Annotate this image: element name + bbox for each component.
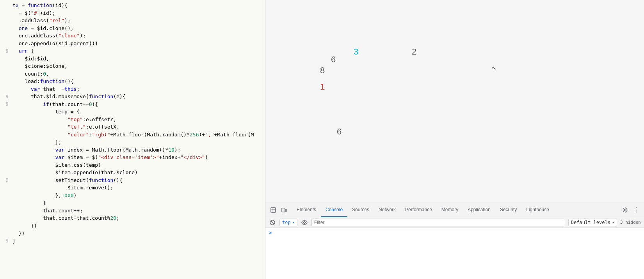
- devtools-pane: 3 2 6 8 1 6 ↖: [265, 0, 644, 279]
- line-content: }: [11, 199, 265, 207]
- float-num-3: 3: [354, 47, 358, 57]
- code-line-29: that.count=that.count%20;: [0, 214, 265, 222]
- line-gutter: [3, 40, 11, 48]
- line-gutter: [3, 9, 11, 17]
- more-options-button[interactable]: ⋮: [632, 205, 641, 215]
- console-prompt-row: >: [269, 230, 641, 236]
- context-value: top: [282, 220, 291, 225]
- line-gutter: [3, 123, 11, 131]
- line-gutter: 9: [3, 93, 11, 101]
- line-content: that.count=that.count%20;: [11, 214, 265, 222]
- svg-rect-4: [285, 209, 286, 212]
- line-gutter: [3, 116, 11, 124]
- code-line-30: }): [0, 222, 265, 230]
- line-content: tx = function(id){: [11, 2, 265, 9]
- inspect-element-button[interactable]: [269, 205, 278, 215]
- code-line-31: }): [0, 230, 265, 237]
- line-gutter: [3, 78, 11, 85]
- line-content: setTimeout(function(){: [11, 177, 265, 184]
- tab-network[interactable]: Network: [374, 203, 400, 217]
- line-content: count:0,: [11, 70, 265, 78]
- levels-chevron-icon: ▾: [612, 220, 614, 224]
- code-line-14: 9 if(that.count==0){: [0, 101, 265, 108]
- line-gutter: [3, 230, 11, 237]
- line-gutter: [3, 17, 11, 25]
- svg-point-5: [624, 209, 626, 211]
- line-content: that.count++;: [11, 207, 265, 215]
- console-prompt-arrow: >: [269, 230, 272, 236]
- line-gutter: [3, 70, 11, 78]
- line-content: var index = Math.floor(Math.random()*10)…: [11, 146, 265, 154]
- hidden-count-badge: 3 hidden: [620, 220, 641, 225]
- cursor-pointer: ↖: [491, 63, 496, 72]
- code-line-8: $id:$id,: [0, 55, 265, 63]
- svg-rect-3: [282, 208, 285, 212]
- code-line-17: "left":e.offsetX,: [0, 123, 265, 131]
- line-content: urn {: [11, 47, 265, 55]
- devtools-left-icons: [269, 205, 289, 215]
- line-content: $clone:$clone,: [11, 62, 265, 70]
- code-line-25: $item.remove();: [0, 184, 265, 192]
- tab-sources[interactable]: Sources: [347, 203, 374, 217]
- code-line-6: one.appendTo($id.parent()): [0, 40, 265, 48]
- line-content: one.appendTo($id.parent()): [11, 40, 265, 48]
- settings-button[interactable]: [621, 205, 630, 215]
- code-line-32: 9 }: [0, 237, 265, 245]
- devtools-panel: Elements Console Sources Network Perform…: [265, 203, 644, 279]
- console-eye-button[interactable]: [301, 219, 308, 226]
- main-layout: tx = function(id){ = $("#"+id); .addClas…: [0, 0, 644, 279]
- line-content: .addClass("rel");: [11, 17, 265, 25]
- line-content: that.$id.mousemove(function(e){: [11, 93, 265, 101]
- line-content: $item.css(temp): [11, 161, 265, 169]
- code-line-26: },1000): [0, 192, 265, 200]
- console-levels-selector[interactable]: Default levels ▾: [568, 219, 617, 226]
- tab-lighthouse[interactable]: Lighthouse: [521, 203, 554, 217]
- code-line-16: "top":e.offsetY,: [0, 116, 265, 124]
- tab-console[interactable]: Console: [321, 203, 347, 217]
- tab-performance[interactable]: Performance: [400, 203, 437, 217]
- code-line-5: one.addClass("clone");: [0, 32, 265, 40]
- console-context-selector[interactable]: top ▾: [279, 219, 297, 226]
- device-toggle-button[interactable]: [279, 205, 289, 215]
- levels-label: Default levels: [571, 220, 610, 225]
- line-content: }: [11, 237, 265, 245]
- devtools-tabs-toolbar: Elements Console Sources Network Perform…: [265, 203, 644, 217]
- tab-security[interactable]: Security: [495, 203, 521, 217]
- tab-elements[interactable]: Elements: [292, 203, 321, 217]
- tab-application[interactable]: Application: [463, 203, 495, 217]
- code-editor: tx = function(id){ = $("#"+id); .addClas…: [0, 0, 265, 279]
- code-line-23: $item.appendTo(that.$clone): [0, 169, 265, 177]
- code-line-10: count:0,: [0, 70, 265, 78]
- code-line-13: 9 that.$id.mousemove(function(e){: [0, 93, 265, 101]
- line-gutter: [3, 108, 11, 116]
- console-content: >: [265, 228, 644, 279]
- line-gutter: [3, 62, 11, 70]
- tab-memory[interactable]: Memory: [437, 203, 463, 217]
- code-line-3: .addClass("rel");: [0, 17, 265, 25]
- code-line-1: tx = function(id){: [0, 2, 265, 9]
- code-line-12: var that =this;: [0, 85, 265, 93]
- line-content: var $item = $("<div class='item'>"+index…: [11, 154, 265, 161]
- svg-point-9: [303, 221, 305, 223]
- line-content: one = $id.clone();: [11, 25, 265, 32]
- svg-point-8: [302, 221, 307, 224]
- line-content: }): [11, 222, 265, 230]
- line-content: one.addClass("clone");: [11, 32, 265, 40]
- line-content: $item.remove();: [11, 184, 265, 192]
- console-filter-input[interactable]: [311, 219, 565, 226]
- line-gutter: [3, 192, 11, 200]
- line-content: = $("#"+id);: [11, 9, 265, 17]
- console-clear-button[interactable]: [269, 219, 276, 226]
- code-line-4: one = $id.clone();: [0, 25, 265, 32]
- line-gutter: [3, 184, 11, 192]
- line-gutter: 9: [3, 177, 11, 184]
- line-content: load:function(){: [11, 78, 265, 85]
- line-gutter: [3, 214, 11, 222]
- code-line-21: var $item = $("<div class='item'>"+index…: [0, 154, 265, 161]
- float-num-6a: 6: [331, 55, 336, 65]
- preview-area: 3 2 6 8 1 6 ↖: [265, 0, 644, 203]
- line-content: $item.appendTo(that.$clone): [11, 169, 265, 177]
- context-chevron-icon: ▾: [292, 220, 295, 224]
- line-content: "top":e.offsetY,: [11, 116, 265, 124]
- line-gutter: [3, 169, 11, 177]
